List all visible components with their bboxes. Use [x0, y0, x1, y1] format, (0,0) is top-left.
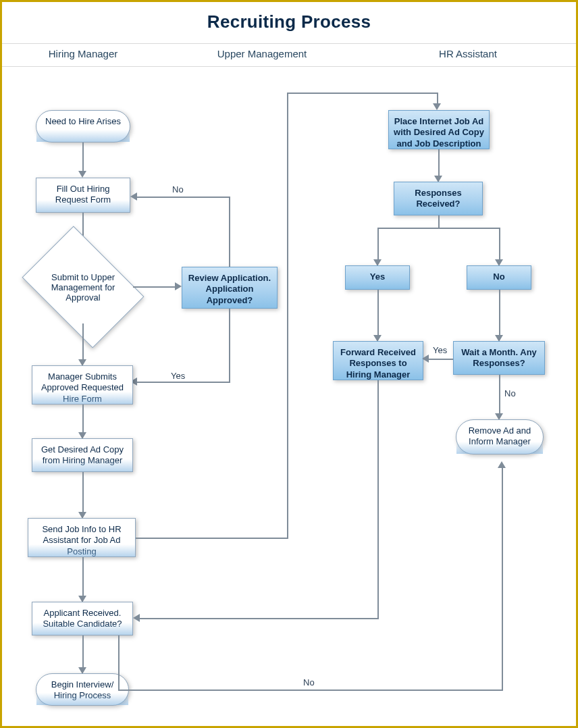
node-forward-responses: Forward Received Responses to Hiring Man… — [333, 341, 423, 380]
node-get-ad-copy: Get Desired Ad Copy from Hiring Manager — [32, 438, 133, 472]
divider — [2, 66, 576, 67]
node-place-ad: Place Internet Job Ad with Desired Ad Co… — [388, 110, 490, 149]
node-yes: Yes — [345, 265, 410, 290]
lane-header: Hiring Manager Upper Management HR Assis… — [2, 44, 576, 66]
node-fill-form: Fill Out Hiring Request Form — [36, 178, 130, 213]
lane-hiring-manager: Hiring Manager — [2, 48, 164, 59]
edge-label-no: No — [172, 184, 184, 194]
node-manager-submits: Manager Submits Approved Requested Hire … — [32, 365, 133, 405]
edge-label-no: No — [504, 388, 516, 398]
edge-label-yes: Yes — [433, 345, 447, 355]
node-submit-approval: Submit to Upper Management for Approval — [33, 251, 133, 323]
node-applicant-received: Applicant Received. Suitable Candidate? — [32, 602, 133, 635]
node-responses-received: Responses Received? — [394, 182, 483, 215]
node-no: No — [467, 265, 531, 290]
lane-hr-assistant: HR Assistant — [360, 48, 576, 59]
node-remove-ad: Remove Ad and Inform Manager — [456, 419, 544, 454]
lane-upper-management: Upper Management — [164, 48, 360, 59]
node-need-to-hire: Need to Hire Arises — [36, 110, 130, 142]
edge-label-no: No — [303, 677, 315, 687]
diagram-title: Recruiting Process — [2, 11, 576, 32]
node-begin-hiring: Begin Interview/ Hiring Process — [36, 673, 129, 706]
node-send-job-info: Send Job Info to HR Assistant for Job Ad… — [28, 518, 136, 557]
node-wait-month: Wait a Month. Any Responses? — [453, 341, 545, 375]
edge-label-yes: Yes — [171, 371, 185, 381]
node-review-application: Review Application. Application Approved… — [182, 267, 278, 309]
